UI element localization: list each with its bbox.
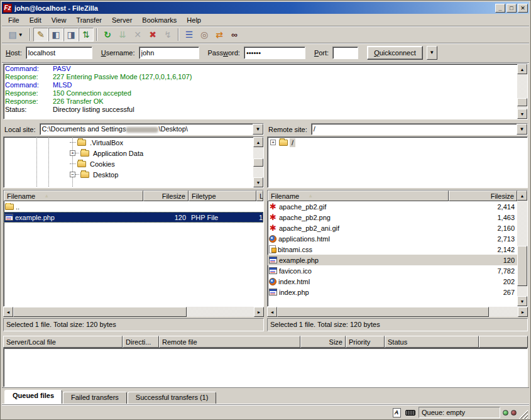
remote-list-scrollbar[interactable]: ▲ ▼ [517,191,527,306]
close-button[interactable]: ✕ [518,4,528,13]
remote-hscrollbar[interactable]: ◄ ► [267,307,528,317]
speed-limit-icon[interactable] [405,407,416,417]
column-header-status[interactable]: Status [385,336,479,348]
column-header-filename[interactable]: Filename▲ [4,191,143,201]
file-row[interactable]: ✱apache_pb2_ani.gif 2,160 [268,223,517,233]
scroll-up-icon[interactable]: ▲ [517,191,527,201]
column-header-filename[interactable]: Filename▲ [268,191,449,201]
log-label: Response: [5,97,53,106]
scrollbar-thumb[interactable] [277,307,489,317]
scroll-up-icon[interactable]: ▲ [517,64,527,74]
local-tree-scrollbar[interactable]: ▲ ▼ [253,137,263,187]
menu-transfer[interactable]: Transfer [71,14,107,26]
toggle-local-tree-button[interactable]: ◧ [48,28,63,41]
scrollbar-thumb[interactable] [253,158,263,167]
cancel-button[interactable]: ✕ [130,28,145,41]
column-header-remote-file[interactable]: Remote file [159,336,300,348]
file-row[interactable]: applications.html 2,713 [268,233,517,244]
toggle-remote-tree-button[interactable]: ◨ [63,28,79,41]
scroll-down-icon[interactable]: ▼ [253,177,263,187]
column-header-filetype[interactable]: Filetype [189,191,256,201]
scroll-left-icon[interactable]: ◄ [3,307,13,317]
file-row[interactable]: ✱apache_pb2.gif 2,414 [268,201,517,212]
site-manager-button[interactable]: ▤ ▼ [4,28,27,41]
scrollbar-thumb[interactable] [517,98,527,106]
refresh-button[interactable]: ↻ [100,28,115,41]
file-row[interactable]: index.php 267 [268,287,517,297]
find-files-button[interactable]: ∞ [227,28,242,41]
maximize-button[interactable]: □ [506,4,517,13]
column-header-server-local-file[interactable]: Server/Local file [3,336,123,348]
reconnect-button[interactable]: ↯ [160,28,175,41]
scroll-up-icon[interactable]: ▲ [253,137,263,147]
menu-edit[interactable]: Edit [25,14,47,26]
scroll-right-icon[interactable]: ► [254,307,264,317]
column-header-filesize[interactable]: Filesize [449,191,517,201]
toggle-log-view-button[interactable]: ✎ [33,28,48,41]
port-input[interactable] [332,47,358,59]
synchronized-browsing-button[interactable]: ⇄ [212,28,227,41]
scroll-down-icon[interactable]: ▼ [517,109,527,119]
folder-icon [77,140,86,146]
menu-server[interactable]: Server [107,14,137,26]
remote-site-combo[interactable]: / ▼ [311,123,528,135]
tab-queued-files[interactable]: Queued files [4,390,62,404]
menu-help[interactable]: Help [182,14,206,26]
scrollbar-thumb[interactable] [13,307,187,317]
file-row[interactable]: favicon.ico 7,782 [268,265,517,276]
tree-item-desktop[interactable]: − Desktop [4,169,253,180]
column-header-last-modified[interactable]: L [256,191,263,201]
tab-successful-transfers[interactable]: Successful transfers (1) [128,392,217,404]
tree-item-application-data[interactable]: + Application Data [4,148,253,158]
menu-bookmarks[interactable]: Bookmarks [137,14,182,26]
scroll-down-icon[interactable]: ▼ [517,296,527,306]
ascii-data-type-icon[interactable]: A [391,407,402,417]
menu-file[interactable]: File [3,14,25,26]
directory-comparison-button[interactable]: ◎ [197,28,212,41]
expand-plus-icon[interactable]: + [70,150,75,156]
scrollbar-thumb[interactable] [517,246,527,286]
collapse-minus-icon[interactable]: − [70,172,75,177]
password-input[interactable] [244,47,305,59]
file-row[interactable]: index.html 202 [268,276,517,287]
remote-site-label: Remote site: [267,126,310,133]
log-scrollbar[interactable]: ▲ ▼ [517,64,527,119]
minimize-button[interactable]: _ [495,4,505,13]
local-hscrollbar[interactable]: ◄ ► [3,307,264,317]
menu-view[interactable]: View [47,14,72,26]
filter-button[interactable]: ☰ [182,28,197,41]
tree-item-virtualbox[interactable]: .VirtualBox [4,137,253,148]
file-row-example-php[interactable]: example.php 120 PHP File 1 [4,212,263,223]
expand-plus-icon[interactable]: + [270,140,276,145]
quickconnect-dropdown-button[interactable]: ▼ [427,46,437,60]
chevron-down-icon[interactable]: ▼ [253,124,263,135]
toggle-queue-view-button[interactable]: ⇅ [79,28,94,41]
username-input[interactable] [139,47,199,59]
quickconnect-button[interactable]: Quickconnect [367,46,423,60]
scroll-left-icon[interactable]: ◄ [267,307,277,317]
chevron-down-icon[interactable]: ▼ [18,32,23,38]
file-row-parent-dir[interactable]: .. [4,201,263,212]
splitter[interactable] [2,331,529,336]
column-header-size[interactable]: Size [300,336,346,348]
log-label: Status: [5,106,53,114]
log-label: Command: [5,65,53,73]
tab-failed-transfers[interactable]: Failed transfers [63,392,127,404]
scroll-right-icon[interactable]: ► [518,307,528,317]
tree-item-root[interactable]: + / [268,137,527,148]
local-site-combo[interactable]: C:\Documents and Settings\Desktop\ ▼ [40,123,264,135]
column-header-direction[interactable]: Directi... [123,336,159,348]
log-text: 150 Connection accepted [53,89,131,97]
host-input[interactable] [26,47,92,59]
column-header-priority[interactable]: Priority [346,336,385,348]
file-row-example-php[interactable]: example.php 120 [268,255,517,265]
process-queue-button[interactable]: ⇊ [115,28,130,41]
log-text: MLSD [53,81,72,89]
resize-grip[interactable] [519,410,528,419]
file-row[interactable]: bitnami.css 2,142 [268,244,517,255]
tree-item-cookies[interactable]: Cookies [4,158,253,169]
column-header-filesize[interactable]: Filesize [143,191,189,201]
disconnect-button[interactable]: ✖ [145,28,160,41]
chevron-down-icon[interactable]: ▼ [517,124,527,135]
file-row[interactable]: ✱apache_pb2.png 1,463 [268,212,517,223]
